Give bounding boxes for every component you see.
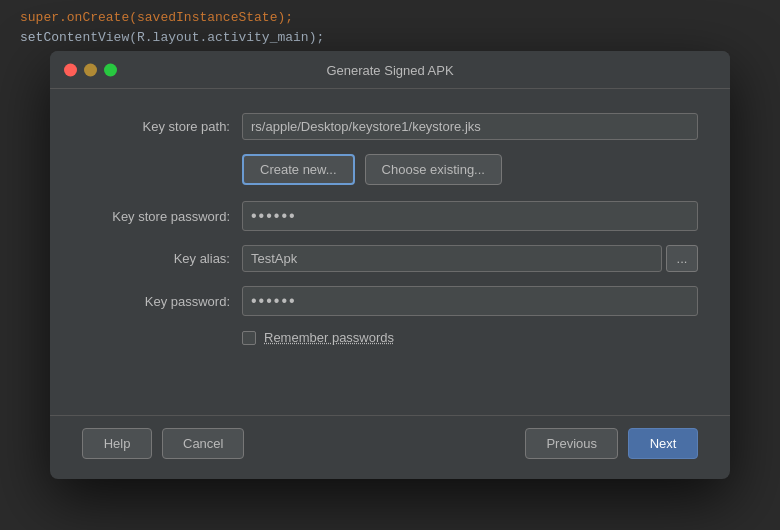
- keystore-path-label: Key store path:: [82, 119, 242, 134]
- key-alias-input[interactable]: [242, 245, 662, 272]
- maximize-button[interactable]: [104, 63, 117, 76]
- spacer: [82, 365, 698, 395]
- previous-button[interactable]: Previous: [525, 428, 618, 459]
- dialog-overlay: Generate Signed APK Key store path: Crea…: [0, 0, 780, 530]
- create-new-button[interactable]: Create new...: [242, 154, 355, 185]
- keystore-password-label: Key store password:: [82, 209, 242, 224]
- dialog-content: Key store path: Create new... Choose exi…: [50, 89, 730, 415]
- next-button[interactable]: Next: [628, 428, 698, 459]
- dialog: Generate Signed APK Key store path: Crea…: [50, 51, 730, 479]
- keystore-password-input[interactable]: [242, 201, 698, 231]
- keystore-path-row: Key store path:: [82, 113, 698, 140]
- keystore-path-input[interactable]: [242, 113, 698, 140]
- dialog-titlebar: Generate Signed APK: [50, 51, 730, 89]
- close-button[interactable]: [64, 63, 77, 76]
- key-password-input[interactable]: [242, 286, 698, 316]
- remember-passwords-row: Remember passwords: [242, 330, 698, 345]
- key-alias-browse-button[interactable]: ...: [666, 245, 698, 272]
- key-password-label: Key password:: [82, 294, 242, 309]
- keystore-password-row: Key store password:: [82, 201, 698, 231]
- minimize-button[interactable]: [84, 63, 97, 76]
- keystore-buttons-row: Create new... Choose existing...: [242, 154, 698, 185]
- key-alias-row: Key alias: ...: [82, 245, 698, 272]
- cancel-button[interactable]: Cancel: [162, 428, 244, 459]
- dialog-title: Generate Signed APK: [326, 63, 453, 78]
- key-alias-label: Key alias:: [82, 251, 242, 266]
- key-alias-input-wrapper: ...: [242, 245, 698, 272]
- remember-passwords-checkbox[interactable]: [242, 331, 256, 345]
- traffic-lights: [64, 63, 117, 76]
- footer-right: Previous Next: [525, 428, 698, 459]
- footer-left: Help Cancel: [82, 428, 244, 459]
- dialog-footer: Help Cancel Previous Next: [50, 415, 730, 479]
- key-password-row: Key password:: [82, 286, 698, 316]
- choose-existing-button[interactable]: Choose existing...: [365, 154, 502, 185]
- remember-passwords-label[interactable]: Remember passwords: [264, 330, 394, 345]
- help-button[interactable]: Help: [82, 428, 152, 459]
